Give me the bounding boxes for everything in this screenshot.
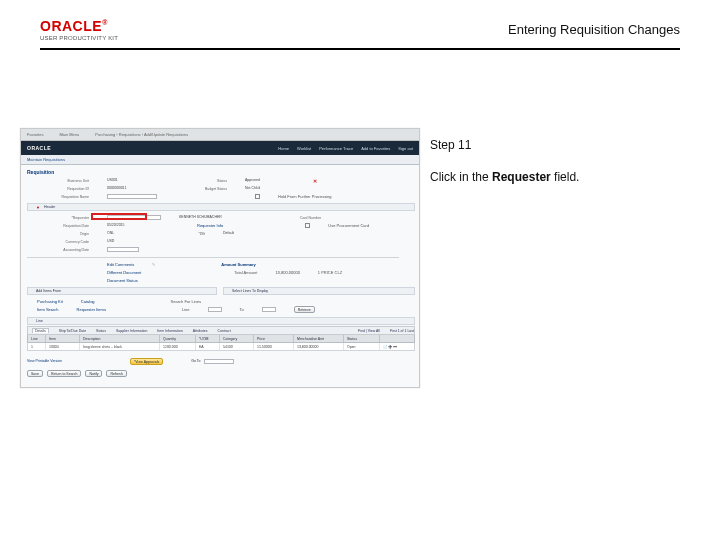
tab-supplier[interactable]: Supplier Information (116, 329, 147, 333)
instr-post: field. (551, 170, 580, 184)
lbl-search-lines: Search For Lines (171, 299, 201, 304)
view-approvals-button[interactable]: *View Approvals (130, 358, 163, 365)
lbl-curr: Currency Code (37, 240, 89, 244)
line-section-bar: Line (27, 317, 415, 325)
col-blank (380, 335, 414, 342)
bc-path: Purchasing › Requisitions › Add/Update R… (95, 132, 188, 137)
link-doc-status[interactable]: Document Status (107, 278, 138, 283)
req-name-input[interactable] (107, 194, 157, 199)
header-section-bar[interactable]: ▼ Header (27, 203, 415, 211)
link-worklist[interactable]: Worklist (297, 146, 311, 151)
cell-actions[interactable]: 📄 ➕ ➖ (380, 343, 414, 350)
cell-price[interactable]: 11.50000 (254, 343, 294, 350)
lbl-goto: Go To (191, 359, 200, 363)
lbl-status: Status (175, 179, 227, 183)
col-qty: Quantity (160, 335, 196, 342)
instr-pre: Click in the (430, 170, 492, 184)
hold-checkbox[interactable] (255, 194, 260, 199)
lbl-requester: *Requester (37, 216, 89, 220)
val-reqid: 0000000011 (107, 186, 157, 191)
instr-bold: Requester (492, 170, 551, 184)
tab-attr[interactable]: Attributes (193, 329, 208, 333)
cell-cat[interactable]: 54100 (220, 343, 254, 350)
cell-stat: Open (344, 343, 380, 350)
add-items-bar: Add Items From (27, 287, 217, 295)
link-req-items[interactable]: Requester Items (77, 307, 106, 312)
hold-label: Hold From Further Processing (278, 194, 332, 199)
upk-subline: USER PRODUCTIVITY KIT (40, 35, 118, 41)
col-cat: Category (220, 335, 254, 342)
line-tabstrip: Details Ship To/Due Date Status Supplier… (27, 326, 415, 335)
grid-nav[interactable]: First 1 of 1 Last (390, 329, 414, 333)
link-view-printable[interactable]: View Printable Version (27, 359, 62, 363)
return-button[interactable]: Return to Search (47, 370, 81, 377)
cell-uom[interactable]: EA (196, 343, 220, 350)
tab-status[interactable]: Status (96, 329, 106, 333)
lbl-reqid: Requisition ID (37, 187, 89, 191)
save-button[interactable]: Save (27, 370, 43, 377)
line-from-input[interactable] (208, 307, 222, 312)
step-instruction: Click in the Requester field. (430, 170, 690, 184)
app-brand: ORACLE (27, 145, 51, 151)
link-perf[interactable]: Performance Trace (319, 146, 353, 151)
add-items-label: Add Items From (36, 289, 61, 293)
val-origin: ONL (107, 231, 157, 236)
page-title: Entering Requisition Changes (508, 22, 680, 37)
lbl-origin: Origin (37, 232, 89, 236)
app-screenshot: Favorites Main Menu Purchasing › Requisi… (20, 128, 420, 388)
link-fav[interactable]: Add to Favorites (361, 146, 390, 151)
select-lines-bar: Select Lines To Display (223, 287, 415, 295)
lbl-reqname: Requisition Name (37, 195, 89, 199)
notify-button[interactable]: Notify (85, 370, 102, 377)
link-catalog[interactable]: Catalog (81, 299, 95, 304)
logo-tm: ® (102, 19, 108, 26)
table-row: 1 10004 long sleeve shirts – black 1200.… (27, 343, 415, 351)
link-item-search[interactable]: Item Search (37, 307, 59, 312)
acct-date-input[interactable] (107, 247, 139, 252)
val-status: Approved (245, 178, 295, 183)
lbl-acct: Accounting Date (37, 248, 89, 252)
step-number: Step 11 (430, 138, 690, 152)
page-breadcrumb: Maintain Requisitions (21, 155, 419, 165)
lbl-reqdate: Requisition Date (37, 224, 89, 228)
grid-header: Line Item Description Quantity *UOM Cate… (27, 335, 415, 343)
oracle-logo: ORACLE® (40, 18, 108, 34)
col-line: Line (28, 335, 46, 342)
use-card-label: Use Procurement Card (328, 223, 369, 228)
retrieve-button[interactable]: Retrieve (294, 306, 315, 313)
col-amt: Merchandise Amt (294, 335, 344, 342)
link-edit-comments[interactable]: Edit Comments (107, 262, 134, 267)
cell-item[interactable]: 10004 (46, 343, 80, 350)
tab-details[interactable]: Details (32, 328, 49, 333)
val-reqdate: 05/20/2015 (107, 223, 157, 228)
refresh-button[interactable]: Refresh (106, 370, 126, 377)
oracle-logo-text: ORACLE (40, 18, 102, 34)
col-item: Item (46, 335, 80, 342)
proc-card-checkbox[interactable] (305, 223, 310, 228)
bc-fav: Favorites (27, 132, 43, 137)
link-purch-kit[interactable]: Purchasing Kit (37, 299, 63, 304)
breadcrumb: Favorites Main Menu Purchasing › Requisi… (21, 129, 419, 141)
grid-find[interactable]: Find | View All (358, 329, 380, 333)
cell-qty[interactable]: 1200.000 (160, 343, 196, 350)
line-to-input[interactable] (262, 307, 276, 312)
oracle-logo-block: ORACLE® USER PRODUCTIVITY KIT (40, 18, 118, 41)
lbl-to: To (240, 307, 244, 312)
link-diff-doc[interactable]: Different Document (107, 270, 141, 275)
link-requester-info[interactable]: Requester Info (197, 223, 223, 228)
link-home[interactable]: Home (278, 146, 289, 151)
tab-iteminfo[interactable]: Item Information (157, 329, 182, 333)
col-uom: *UOM (196, 335, 220, 342)
close-icon[interactable]: ✕ (313, 178, 317, 184)
col-desc: Description (80, 335, 160, 342)
goto-select[interactable] (204, 359, 234, 364)
tab-shipto[interactable]: Ship To/Due Date (59, 329, 86, 333)
link-signout[interactable]: Sign out (398, 146, 413, 151)
lbl-dflt: *Dflt (175, 232, 205, 236)
lbl-budget: Budget Status (175, 187, 227, 191)
val-curr: USD (107, 239, 157, 244)
tab-contract[interactable]: Contract (217, 329, 230, 333)
col-price: Price (254, 335, 294, 342)
highlight-requester (91, 213, 147, 220)
app-header-bar: ORACLE Home Worklist Performance Trace A… (21, 141, 419, 155)
